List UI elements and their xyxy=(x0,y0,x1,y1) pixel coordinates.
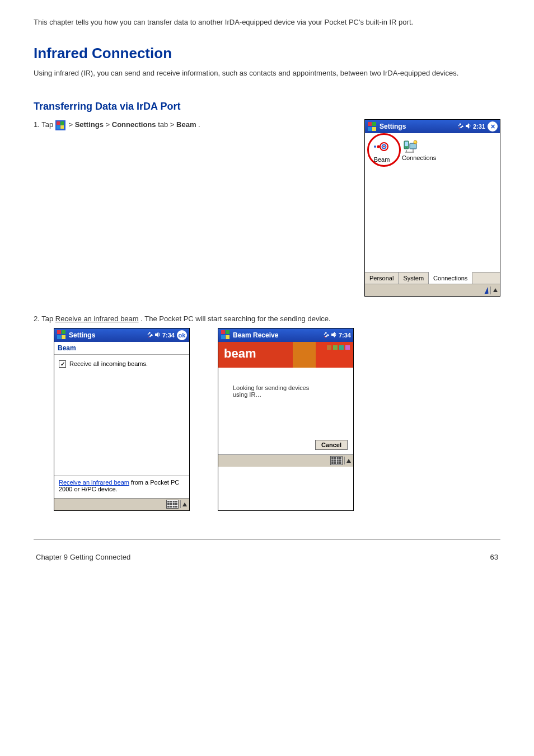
screenshot-settings-connections: Settings 2:31 ✕ Beam xyxy=(364,119,500,297)
svg-rect-2 xyxy=(60,121,64,125)
windows-flag-icon xyxy=(55,120,67,130)
step1-tab: tab > xyxy=(158,120,176,129)
footer-chapter: Chapter 9 Getting Connected xyxy=(36,553,130,561)
ok-button[interactable]: ok xyxy=(177,330,187,340)
keyboard-icon[interactable] xyxy=(330,456,343,465)
svg-point-9 xyxy=(377,145,380,148)
titlebar: Beam Receive 7:34 xyxy=(218,328,353,342)
clock-text: 7:34 xyxy=(162,332,175,339)
beam-status-text: Looking for sending devices using IR… xyxy=(227,384,328,398)
svg-point-15 xyxy=(406,147,407,148)
start-flag-icon[interactable] xyxy=(367,121,377,132)
clock-text: 2:31 xyxy=(473,123,485,130)
window-title: Settings xyxy=(69,331,147,339)
screenshot-beam-settings: Settings 7:34 ok Beam ✓ Receive all inco… xyxy=(54,328,190,511)
screenshot-beam-receive: Beam Receive 7:34 beam Looking for sendi… xyxy=(218,328,354,511)
close-button[interactable]: ✕ xyxy=(488,121,498,132)
status-icons: 7:34 xyxy=(147,331,175,339)
svg-marker-7 xyxy=(466,123,469,129)
svg-point-17 xyxy=(414,140,417,144)
step1-sep: > xyxy=(106,120,112,129)
titlebar: Settings 2:31 ✕ xyxy=(365,120,500,133)
svg-rect-3 xyxy=(57,125,60,129)
beam-settings-icon[interactable]: Beam xyxy=(373,139,391,163)
status-icons: 2:31 xyxy=(457,123,485,130)
step2-prefix: 2. Tap xyxy=(34,314,55,323)
input-pen-icon[interactable] xyxy=(484,287,488,294)
tab-personal[interactable]: Personal xyxy=(365,273,399,284)
svg-point-8 xyxy=(374,145,376,148)
connections-settings-icon[interactable]: Connections xyxy=(402,139,436,163)
tab-system[interactable]: System xyxy=(399,273,429,284)
speaker-icon xyxy=(331,331,337,339)
receive-infrared-link[interactable]: Receive an infrared beam xyxy=(59,479,129,486)
connectivity-icon xyxy=(323,331,330,339)
svg-rect-16 xyxy=(410,143,416,149)
step1-settings: Settings xyxy=(75,120,104,129)
beam-banner: beam xyxy=(218,342,353,368)
titlebar: Settings 7:34 ok xyxy=(54,328,189,342)
speaker-icon xyxy=(155,331,161,339)
settings-tabs: Personal System Connections xyxy=(365,272,500,284)
start-flag-icon[interactable] xyxy=(57,330,67,340)
receive-beams-checkbox-row[interactable]: ✓ Receive all incoming beams. xyxy=(54,355,189,373)
bottom-toolbar xyxy=(54,498,189,510)
footer-divider xyxy=(34,539,500,539)
start-flag-icon[interactable] xyxy=(221,330,231,340)
screen-subheader: Beam xyxy=(54,342,189,355)
input-arrow-icon[interactable] xyxy=(182,503,187,506)
step1-beam: Beam xyxy=(176,120,196,129)
bottom-toolbar xyxy=(365,284,500,296)
cancel-button[interactable]: Cancel xyxy=(315,440,348,450)
svg-point-12 xyxy=(383,146,385,148)
speaker-icon xyxy=(466,123,471,130)
connections-label: Connections xyxy=(402,154,436,161)
connections-icon xyxy=(402,139,420,154)
step1-connections: Connections xyxy=(112,120,156,129)
svg-marker-26 xyxy=(331,332,335,337)
step-2: 2. Tap Receive an infrared beam . The Po… xyxy=(34,313,500,325)
checkbox-label: Receive all incoming beams. xyxy=(69,360,148,367)
section-text: Using infrared (IR), you can send and re… xyxy=(34,68,500,79)
keyboard-icon[interactable] xyxy=(166,500,179,509)
checkbox-checked-icon[interactable]: ✓ xyxy=(59,360,66,368)
svg-rect-4 xyxy=(60,125,64,129)
input-arrow-icon[interactable] xyxy=(493,288,498,292)
connectivity-icon xyxy=(457,123,464,130)
clock-text: 7:34 xyxy=(339,332,351,339)
beam-banner-text: beam xyxy=(224,346,256,360)
connectivity-icon xyxy=(147,331,153,339)
link-area: Receive an infrared beam from a Pocket P… xyxy=(54,475,189,498)
beam-icon xyxy=(373,139,391,154)
step1-mid: > xyxy=(68,120,74,129)
beam-label: Beam xyxy=(374,156,390,163)
step1-prefix: 1. Tap xyxy=(34,120,55,129)
step2-end: . The Pocket PC will start searching for… xyxy=(140,314,330,323)
window-title: Beam Receive xyxy=(233,331,323,339)
window-title: Settings xyxy=(380,123,457,130)
status-icons: 7:34 xyxy=(323,331,351,339)
decor-squares xyxy=(327,345,350,350)
footer-page: 63 xyxy=(490,553,498,561)
subsection-heading-transfer: Transferring Data via IrDA Port xyxy=(34,101,500,112)
step2-link-text: Receive an infrared beam xyxy=(55,314,139,323)
section-heading-infrared: Infrared Connection xyxy=(34,45,500,62)
intro-text: This chapter tells you how you can trans… xyxy=(34,17,500,28)
tab-connections[interactable]: Connections xyxy=(429,272,472,284)
svg-rect-14 xyxy=(405,142,408,146)
step1-end: . xyxy=(198,120,200,129)
beam-body: Looking for sending devices using IR… Ca… xyxy=(218,368,353,454)
input-arrow-icon[interactable] xyxy=(346,459,351,463)
svg-rect-1 xyxy=(57,121,60,125)
svg-marker-23 xyxy=(155,332,158,337)
step-1: 1. Tap > Settings > Connections tab > Be… xyxy=(34,119,348,130)
bottom-toolbar xyxy=(218,454,353,467)
footer: Chapter 9 Getting Connected 63 xyxy=(34,543,500,561)
